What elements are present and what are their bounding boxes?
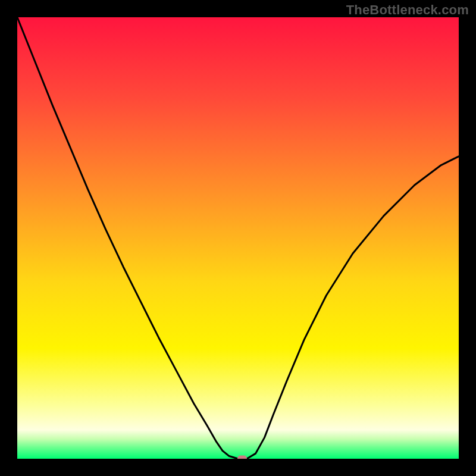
bottleneck-curve [17, 17, 459, 459]
watermark-text: TheBottleneck.com [346, 2, 469, 18]
chart-frame: TheBottleneck.com [0, 0, 476, 476]
optimal-point-marker [237, 456, 247, 459]
plot-area [17, 17, 459, 459]
